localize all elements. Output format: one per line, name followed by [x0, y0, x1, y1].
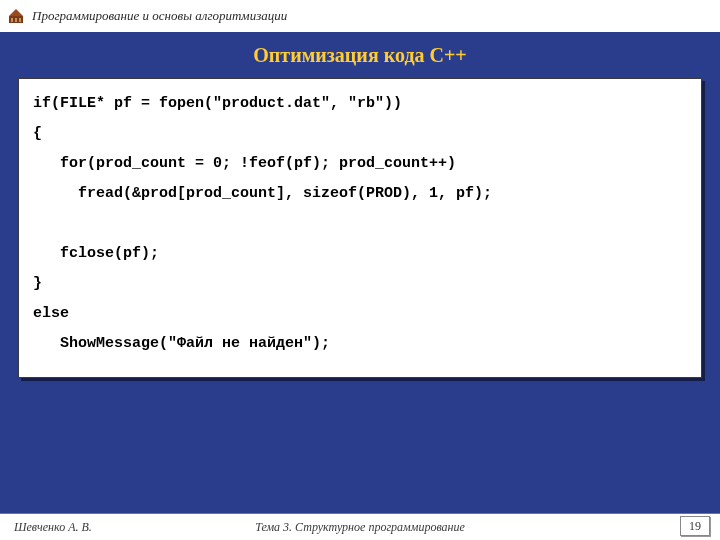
slide: Программирование и основы алгоритмизации… — [0, 0, 720, 540]
footer-author: Шевченко А. В. — [14, 520, 92, 535]
code-content: if(FILE* pf = fopen("product.dat", "rb")… — [33, 89, 687, 359]
footer: Шевченко А. В. Тема 3. Структурное прогр… — [0, 513, 720, 540]
svg-marker-1 — [9, 9, 23, 16]
header: Программирование и основы алгоритмизации — [0, 0, 720, 32]
footer-topic: Тема 3. Структурное программирование — [0, 520, 720, 535]
page-number: 19 — [680, 516, 710, 536]
svg-rect-3 — [15, 18, 17, 22]
svg-rect-4 — [19, 18, 21, 22]
university-logo-icon — [8, 8, 24, 24]
slide-title: Оптимизация кода С++ — [0, 44, 720, 67]
course-title: Программирование и основы алгоритмизации — [32, 8, 287, 24]
code-block: if(FILE* pf = fopen("product.dat", "rb")… — [18, 78, 702, 378]
svg-rect-2 — [11, 18, 13, 22]
